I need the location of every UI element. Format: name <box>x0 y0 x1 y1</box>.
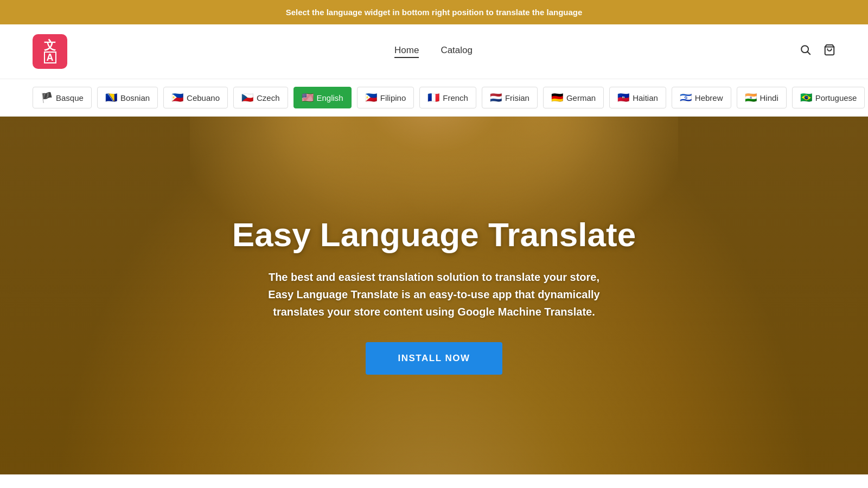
lang-flag-hebrew: 🇮🇱 <box>680 92 692 104</box>
logo-icon: 文 A <box>33 34 67 69</box>
install-button[interactable]: INSTALL NOW <box>366 342 503 375</box>
lang-btn-haitian[interactable]: 🇭🇹Haitian <box>609 87 666 108</box>
cart-button[interactable] <box>824 44 835 59</box>
hero-section: Easy Language Translate The best and eas… <box>0 117 868 474</box>
lang-btn-bosnian[interactable]: 🇧🇦Bosnian <box>97 87 158 108</box>
lang-flag-frisian: 🇳🇱 <box>490 92 502 104</box>
cart-icon <box>824 44 835 56</box>
lang-flag-hindi: 🇮🇳 <box>745 92 757 104</box>
lang-label-bosnian: Bosnian <box>120 93 150 102</box>
lang-label-czech: Czech <box>257 93 280 102</box>
search-button[interactable] <box>800 44 812 59</box>
lang-btn-czech[interactable]: 🇨🇿Czech <box>233 87 288 108</box>
lang-btn-filipino[interactable]: 🇵🇭Filipino <box>357 87 414 108</box>
lang-flag-french: 🇫🇷 <box>427 92 439 104</box>
top-banner: Select the language widget in bottom rig… <box>0 0 868 24</box>
lang-flag-basque: 🏴 <box>41 92 53 104</box>
lang-btn-hindi[interactable]: 🇮🇳Hindi <box>737 87 787 108</box>
lang-btn-english[interactable]: 🇺🇸English <box>293 87 352 108</box>
lang-flag-cebuano: 🇵🇭 <box>171 92 183 104</box>
lang-btn-portuguese[interactable]: 🇧🇷Portuguese <box>792 87 865 108</box>
lang-flag-german: 🇩🇪 <box>551 92 563 104</box>
lang-flag-haitian: 🇭🇹 <box>617 92 629 104</box>
logo[interactable]: 文 A <box>33 34 67 69</box>
nav-home[interactable]: Home <box>394 45 419 58</box>
lang-label-haitian: Haitian <box>633 93 658 102</box>
header: 文 A Home Catalog <box>0 24 868 79</box>
hero-subtitle: The best and easiest translation solutio… <box>232 268 636 320</box>
lang-label-hebrew: Hebrew <box>695 93 723 102</box>
lang-label-hindi: Hindi <box>760 93 778 102</box>
hero-title: Easy Language Translate <box>232 216 636 253</box>
nav-catalog[interactable]: Catalog <box>441 45 473 58</box>
lang-flag-english: 🇺🇸 <box>302 92 314 104</box>
lang-label-german: German <box>566 93 596 102</box>
lang-btn-german[interactable]: 🇩🇪German <box>543 87 604 108</box>
hero-content: Easy Language Translate The best and eas… <box>210 216 658 375</box>
lang-flag-filipino: 🇵🇭 <box>365 92 377 104</box>
lang-btn-french[interactable]: 🇫🇷French <box>419 87 476 108</box>
main-nav: Home Catalog <box>394 45 473 58</box>
lang-flag-portuguese: 🇧🇷 <box>800 92 812 104</box>
search-icon <box>800 44 812 56</box>
lang-btn-hebrew[interactable]: 🇮🇱Hebrew <box>672 87 731 108</box>
lang-label-cebuano: Cebuano <box>187 93 220 102</box>
lang-label-french: French <box>443 93 468 102</box>
lang-label-english: English <box>317 93 343 102</box>
lang-label-filipino: Filipino <box>380 93 406 102</box>
lang-label-portuguese: Portuguese <box>815 93 857 102</box>
lang-flag-bosnian: 🇧🇦 <box>105 92 117 104</box>
header-icons <box>800 44 835 59</box>
banner-text: Select the language widget in bottom rig… <box>286 8 583 17</box>
language-bar: 🏴Basque🇧🇦Bosnian🇵🇭Cebuano🇨🇿Czech🇺🇸Englis… <box>0 79 868 117</box>
lang-label-frisian: Frisian <box>505 93 529 102</box>
svg-line-1 <box>807 52 810 54</box>
lang-btn-cebuano[interactable]: 🇵🇭Cebuano <box>163 87 228 108</box>
lang-btn-basque[interactable]: 🏴Basque <box>33 87 92 108</box>
lang-flag-czech: 🇨🇿 <box>241 92 253 104</box>
lang-btn-frisian[interactable]: 🇳🇱Frisian <box>482 87 538 108</box>
lang-label-basque: Basque <box>56 93 84 102</box>
